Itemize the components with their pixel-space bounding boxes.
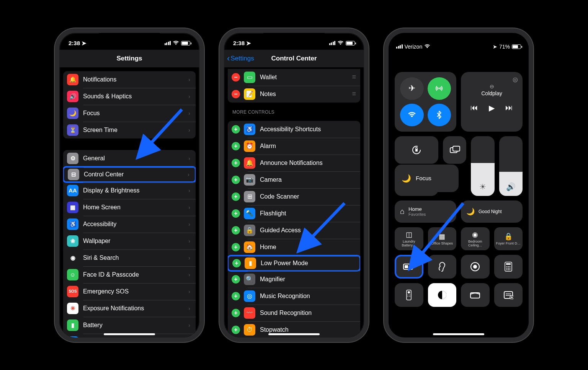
brightness-slider[interactable]: ☀ xyxy=(471,136,494,196)
quick-note-button[interactable] xyxy=(494,283,523,307)
row-icon: ◎ xyxy=(244,290,255,302)
settings-row[interactable]: AA Display & Brightness › xyxy=(63,182,196,199)
add-button[interactable]: + xyxy=(232,125,240,134)
battery-icon xyxy=(346,41,355,46)
brightness-icon: ☀ xyxy=(479,182,486,191)
row-label: Exposure Notifications xyxy=(83,305,188,312)
airplane-button[interactable]: ✈ xyxy=(400,77,424,100)
more-control-row[interactable]: + 📷 Camera xyxy=(228,171,360,188)
svg-point-26 xyxy=(408,291,410,293)
settings-row[interactable]: ✳ Exposure Notifications › xyxy=(63,300,196,317)
more-control-row[interactable]: + ♿ Accessibility Shortcuts xyxy=(228,121,360,138)
settings-row[interactable]: ⏳ Screen Time › xyxy=(63,122,196,139)
add-button[interactable]: + xyxy=(232,275,240,284)
add-button[interactable]: + xyxy=(232,226,240,235)
chevron-right-icon: › xyxy=(188,255,190,261)
dark-mode-button[interactable] xyxy=(428,283,457,307)
calculator-button[interactable] xyxy=(494,255,523,279)
remove-button[interactable]: − xyxy=(232,90,240,98)
more-control-row[interactable]: + ▮ Low Power Mode xyxy=(228,255,360,272)
volume-slider[interactable]: 🔊 xyxy=(499,136,523,196)
included-control-row[interactable]: − ▭ Wallet ≡ xyxy=(228,69,360,86)
chevron-right-icon: › xyxy=(188,305,190,311)
shortcut-tile[interactable]: ◫Laundry Battery… xyxy=(395,227,423,250)
more-control-row[interactable]: + 🔍 Magnifier xyxy=(228,271,360,288)
settings-row[interactable]: ☺ Face ID & Passcode › xyxy=(63,266,196,283)
airplay-icon[interactable]: ◎ xyxy=(513,76,518,83)
clock: 2:38 xyxy=(233,40,245,46)
shortcut-tile[interactable]: ▦Office Shapes xyxy=(428,227,457,250)
media-tile[interactable]: ◎ ⊖ Coldplay ⏮ ▶ ⏭ xyxy=(461,72,523,132)
settings-row[interactable]: ⚙ General › xyxy=(63,150,196,167)
row-icon: 🌙 xyxy=(67,108,78,119)
bluetooth-button[interactable] xyxy=(428,104,451,126)
scene-tile[interactable]: 🌙 Good Night xyxy=(461,200,523,223)
wifi-button[interactable] xyxy=(400,104,424,126)
more-control-row[interactable]: + 🔦 Flashlight xyxy=(228,205,360,222)
add-button[interactable]: + xyxy=(232,192,240,201)
screen-mirroring-button[interactable] xyxy=(443,136,466,164)
add-button[interactable]: + xyxy=(232,243,240,251)
wallet-button[interactable] xyxy=(461,283,490,307)
back-button[interactable]: ‹ Settings xyxy=(227,54,254,64)
focus-button[interactable]: 🌙 Focus xyxy=(395,165,459,192)
play-button[interactable]: ▶ xyxy=(489,103,495,112)
settings-row[interactable]: ♿ Accessibility › xyxy=(63,216,196,233)
battery-icon xyxy=(181,41,190,46)
moon-icon: 🌙 xyxy=(402,174,411,183)
location-icon: ➤ xyxy=(246,40,251,47)
add-button[interactable]: + xyxy=(232,309,240,317)
more-control-row[interactable]: + ⏰ Alarm xyxy=(228,138,360,155)
settings-row[interactable]: ▮ Battery › xyxy=(63,317,196,334)
drag-handle-icon[interactable]: ≡ xyxy=(352,73,355,81)
row-icon: ♿ xyxy=(67,218,78,230)
add-button[interactable]: + xyxy=(232,259,241,267)
chevron-right-icon: › xyxy=(188,322,190,328)
hearing-button[interactable] xyxy=(428,255,457,279)
notch xyxy=(428,33,489,44)
settings-row[interactable]: 🔔 Notifications › xyxy=(63,71,196,88)
settings-row[interactable]: ❀ Wallpaper › xyxy=(63,233,196,249)
settings-row[interactable]: ⊟ Control Center › xyxy=(63,166,196,183)
add-button[interactable]: + xyxy=(232,326,240,334)
settings-row[interactable]: ▦ Home Screen › xyxy=(63,199,196,216)
settings-row[interactable]: 🌙 Focus › xyxy=(63,105,196,122)
connectivity-tile[interactable]: ✈ xyxy=(395,72,456,132)
low-power-mode-button[interactable] xyxy=(395,255,423,279)
row-icon: ⏱ xyxy=(244,324,255,336)
row-icon: ✋ xyxy=(67,336,78,337)
add-button[interactable]: + xyxy=(232,142,240,150)
row-label: Magnifier xyxy=(260,276,355,283)
settings-row[interactable]: SOS Emergency SOS › xyxy=(63,283,196,300)
cellular-icon xyxy=(329,41,336,45)
more-control-row[interactable]: + 🔒 Guided Access xyxy=(228,222,360,239)
svg-point-27 xyxy=(408,295,408,295)
more-control-row[interactable]: + 〰 Sound Recognition xyxy=(228,305,360,321)
home-tile[interactable]: ⌂ Home Favorites xyxy=(395,200,456,223)
settings-row[interactable]: 🔊 Sounds & Haptics › xyxy=(63,88,196,105)
more-control-row[interactable]: + ⊞ Code Scanner xyxy=(228,188,360,205)
more-control-row[interactable]: + 🔔 Announce Notifications xyxy=(228,155,360,171)
more-control-row[interactable]: + 🏠 Home xyxy=(228,239,360,256)
row-label: Siri & Search xyxy=(83,254,188,261)
included-control-row[interactable]: − 📝 Notes ≡ xyxy=(228,86,360,103)
add-button[interactable]: + xyxy=(232,209,240,218)
add-button[interactable]: + xyxy=(232,292,240,300)
wifi-icon xyxy=(173,40,179,46)
shortcut-tile[interactable]: 🔒Foyer Front D… xyxy=(494,227,523,250)
remote-button[interactable] xyxy=(395,283,423,307)
add-button[interactable]: + xyxy=(232,176,240,184)
prev-button[interactable]: ⏮ xyxy=(470,103,478,112)
cellular-button[interactable] xyxy=(428,77,451,100)
add-button[interactable]: + xyxy=(232,159,240,167)
drag-handle-icon[interactable]: ≡ xyxy=(352,90,355,98)
next-button[interactable]: ⏭ xyxy=(505,103,513,112)
remove-button[interactable]: − xyxy=(232,73,240,81)
more-control-row[interactable]: + ◎ Music Recognition xyxy=(228,288,360,305)
screen-record-button[interactable] xyxy=(461,255,490,279)
notch xyxy=(99,33,160,44)
settings-row[interactable]: ◉ Siri & Search › xyxy=(63,249,196,266)
svg-point-29 xyxy=(408,296,408,297)
shortcut-tile[interactable]: ◉Bedroom Ceiling… xyxy=(461,227,490,250)
orientation-lock-button[interactable] xyxy=(395,136,438,164)
